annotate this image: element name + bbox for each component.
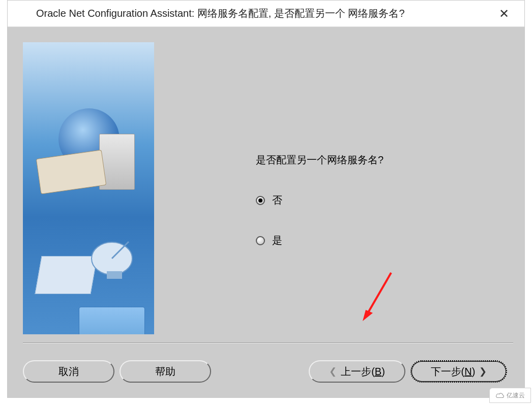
window-title: Oracle Net Configuration Assistant: 网络服务… (18, 7, 405, 20)
satellite-dish-icon (89, 236, 140, 281)
help-button[interactable]: 帮助 (120, 360, 211, 383)
next-button[interactable]: 下一步(N) ❯ (410, 360, 507, 383)
chevron-right-icon: ❯ (479, 366, 487, 377)
content-area: 是否配置另一个网络服务名? 否 是 (8, 27, 524, 345)
back-label: 上一步(B) (341, 365, 385, 379)
back-button[interactable]: ❮ 上一步(B) (309, 360, 405, 383)
wizard-sidebar-image (23, 42, 154, 334)
divider (23, 342, 513, 343)
dialog-window: Oracle Net Configuration Assistant: 网络服务… (7, 0, 525, 398)
radio-label-no: 否 (272, 193, 282, 207)
tag-icon (36, 150, 106, 194)
radio-option-no[interactable]: 否 (256, 193, 513, 207)
prompt-text: 是否配置另一个网络服务名? (256, 153, 513, 167)
radio-icon (256, 236, 265, 245)
radio-icon (256, 196, 265, 205)
document-icon (35, 256, 97, 294)
watermark-text: 亿速云 (507, 391, 525, 400)
main-panel: 是否配置另一个网络服务名? 否 是 (154, 42, 513, 340)
button-bar: 取消 帮助 ❮ 上一步(B) 下一步(N) ❯ (8, 345, 524, 397)
titlebar: Oracle Net Configuration Assistant: 网络服务… (8, 1, 524, 27)
radio-option-yes[interactable]: 是 (256, 234, 513, 247)
watermark: 亿速云 (489, 388, 531, 403)
next-label: 下一步(N) (431, 365, 476, 379)
cancel-label: 取消 (58, 365, 79, 379)
cancel-button[interactable]: 取消 (23, 360, 114, 383)
svg-rect-2 (107, 271, 122, 279)
folder-icon (79, 307, 145, 334)
help-label: 帮助 (155, 365, 175, 379)
close-icon[interactable]: ✕ (494, 5, 514, 23)
chevron-left-icon: ❮ (329, 366, 337, 377)
cloud-icon (495, 392, 505, 399)
radio-label-yes: 是 (272, 234, 282, 247)
